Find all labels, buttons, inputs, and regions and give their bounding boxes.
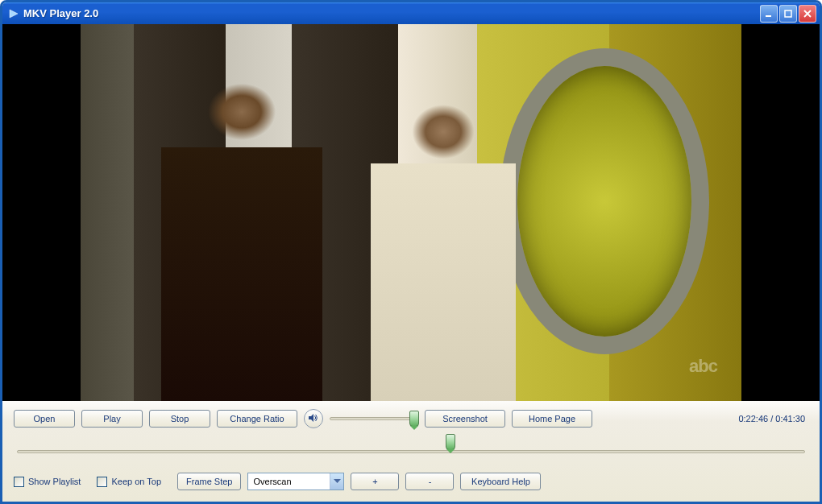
- seek-rail: [17, 450, 805, 453]
- control-row-secondary: Show Playlist Keep on Top Frame Step Ove…: [14, 473, 808, 490]
- svg-rect-1: [766, 15, 771, 17]
- svg-marker-4: [334, 479, 341, 483]
- checkbox-box-icon: [14, 477, 24, 487]
- frame-step-button[interactable]: Frame Step: [177, 473, 241, 490]
- channel-watermark: abc: [689, 356, 717, 377]
- app-play-icon: [9, 9, 19, 19]
- home-page-button[interactable]: Home Page: [512, 410, 592, 428]
- volume-mute-button[interactable]: [304, 409, 323, 428]
- show-playlist-checkbox[interactable]: Show Playlist: [14, 477, 81, 487]
- window-title: MKV Player 2.0: [23, 7, 760, 19]
- keyboard-help-button[interactable]: Keyboard Help: [460, 473, 541, 490]
- zoom-in-button[interactable]: +: [351, 473, 399, 490]
- scene-figure-1: [161, 48, 322, 401]
- checkbox-box-icon: [97, 477, 107, 487]
- video-frame: abc: [81, 24, 741, 401]
- overscan-selected: Overscan: [248, 477, 330, 486]
- titlebar[interactable]: MKV Player 2.0: [2, 2, 820, 24]
- time-display: 0:22:46 / 0:41:30: [738, 414, 808, 423]
- time-sep: /: [768, 414, 775, 423]
- volume-rail: [330, 417, 418, 420]
- stop-button[interactable]: Stop: [149, 410, 210, 428]
- svg-rect-2: [785, 10, 791, 17]
- app-window: MKV Player 2.0 abc Open Play Stop Change: [0, 0, 822, 504]
- change-ratio-button[interactable]: Change Ratio: [217, 410, 297, 428]
- seek-thumb[interactable]: [446, 434, 455, 450]
- minimize-button[interactable]: [760, 5, 778, 23]
- zoom-out-button[interactable]: -: [405, 473, 454, 490]
- close-button[interactable]: [799, 5, 816, 23]
- maximize-button[interactable]: [779, 5, 797, 23]
- time-total: 0:41:30: [775, 414, 805, 423]
- screenshot-button[interactable]: Screenshot: [425, 410, 505, 428]
- svg-marker-3: [309, 414, 313, 422]
- play-button[interactable]: Play: [81, 410, 143, 428]
- volume-slider[interactable]: [330, 410, 418, 428]
- window-controls: [760, 5, 816, 23]
- volume-thumb[interactable]: [409, 411, 419, 427]
- controls-panel: Open Play Stop Change Ratio Screenshot H…: [2, 401, 820, 502]
- open-button[interactable]: Open: [14, 410, 75, 428]
- speaker-icon: [308, 412, 319, 425]
- scene-hatch: [500, 48, 709, 354]
- control-row-main: Open Play Stop Change Ratio Screenshot H…: [14, 409, 808, 428]
- scene-figure-2: [371, 81, 516, 401]
- svg-marker-0: [10, 10, 18, 18]
- overscan-dropdown[interactable]: Overscan: [247, 473, 344, 490]
- seek-slider[interactable]: [17, 433, 805, 469]
- time-current: 0:22:46: [738, 414, 768, 423]
- chevron-down-icon: [330, 473, 343, 490]
- keep-on-top-label: Keep on Top: [111, 477, 161, 486]
- show-playlist-label: Show Playlist: [28, 477, 81, 486]
- video-area[interactable]: abc: [2, 24, 820, 401]
- keep-on-top-checkbox[interactable]: Keep on Top: [97, 477, 161, 487]
